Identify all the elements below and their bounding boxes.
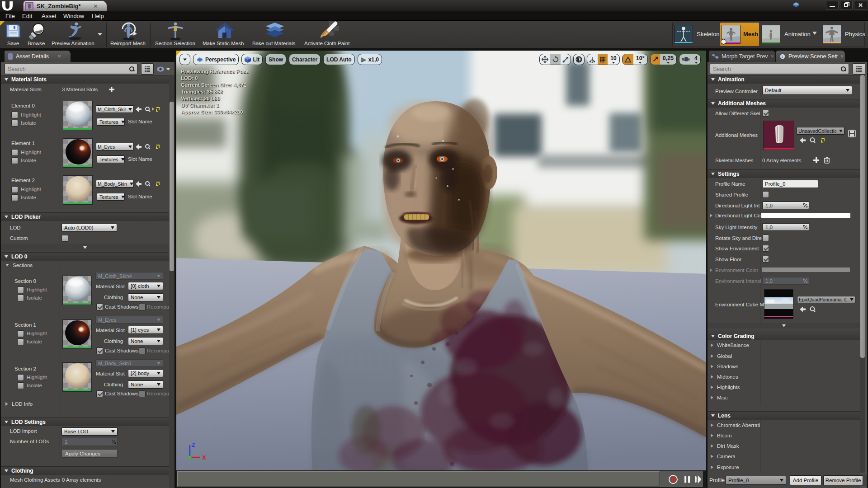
svg-text:Z: Z (192, 441, 195, 448)
svg-text:X: X (202, 454, 206, 461)
